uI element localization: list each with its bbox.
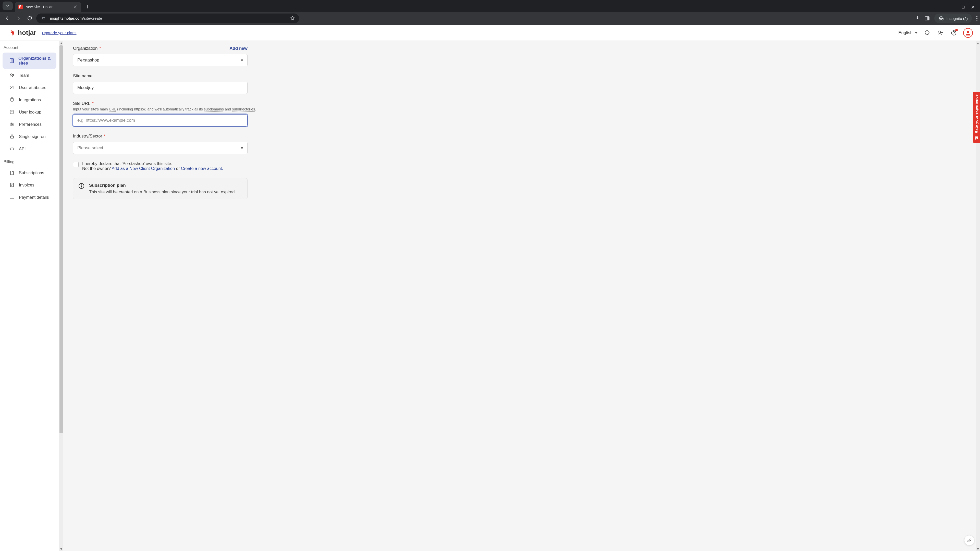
main-content: Organization * Add new Perstashop ▾ Sit	[63, 41, 980, 551]
chrome-menu-button[interactable]	[977, 16, 977, 21]
lookup-icon	[9, 110, 15, 114]
site-url-input[interactable]	[73, 114, 248, 127]
subscriptions-icon	[9, 170, 15, 175]
svg-point-5	[977, 20, 977, 21]
sidebar-item-payment-details[interactable]: Payment details	[3, 191, 56, 203]
upgrade-link[interactable]: Upgrade your plans	[42, 30, 76, 35]
not-owner-text: Not the owner?	[82, 166, 112, 171]
declare-checkbox[interactable]	[73, 162, 79, 167]
sidebar-item-label: Single sign-on	[19, 134, 46, 139]
incognito-chip[interactable]: Incognito (2)	[934, 14, 972, 23]
sidebar-item-label: API	[19, 146, 26, 151]
scroll-down-icon[interactable]: ▾	[976, 547, 980, 551]
avatar[interactable]	[963, 28, 973, 38]
link-icon	[967, 538, 972, 543]
svg-point-22	[976, 138, 976, 138]
logo[interactable]: hotjar	[9, 29, 36, 37]
sidebar-item-subscriptions[interactable]: Subscriptions	[3, 167, 56, 179]
invoices-icon	[9, 183, 15, 187]
extensions-icon[interactable]	[923, 29, 931, 37]
site-name-label: Site name	[73, 73, 318, 79]
industry-label: Industry/Sector *	[73, 134, 106, 138]
lock-icon	[9, 134, 15, 139]
help-icon[interactable]	[950, 29, 958, 37]
svg-point-12	[11, 86, 12, 87]
industry-select[interactable]: Please select... ▾	[73, 142, 248, 154]
declare-or-text: or	[175, 166, 181, 171]
new-tab-button[interactable]	[85, 5, 90, 9]
sidebar-item-label: User attributes	[19, 85, 46, 90]
incognito-label: Incognito (2)	[947, 16, 968, 21]
info-title: Subscription plan	[89, 183, 236, 188]
sidebar-item-team[interactable]: Team	[3, 69, 56, 81]
sidebar-item-user-lookup[interactable]: User lookup	[3, 106, 56, 118]
sidebar-item-user-attributes[interactable]: User attributes	[3, 82, 56, 94]
organization-select[interactable]: Perstashop ▾	[73, 54, 248, 66]
tab-title: New Site - Hotjar	[25, 5, 70, 9]
svg-rect-2	[928, 17, 929, 20]
sidebar-section-billing: Billing	[0, 155, 59, 166]
forward-button[interactable]	[14, 14, 23, 23]
downloads-icon[interactable]	[915, 16, 920, 21]
sidebar-scrollbar[interactable]: ▴ ▾	[59, 41, 63, 551]
sidebar-item-integrations[interactable]: Integrations	[3, 94, 56, 106]
site-name-input[interactable]	[73, 82, 248, 94]
tab-search-button[interactable]	[3, 2, 13, 10]
sidebar-item-invoices[interactable]: Invoices	[3, 179, 56, 191]
svg-point-15	[12, 124, 13, 125]
create-account-link[interactable]: Create a new account.	[181, 166, 223, 171]
language-label: English	[898, 30, 913, 35]
sidebar-item-organizations-sites[interactable]: Organizations & sites	[3, 52, 56, 69]
feedback-tab[interactable]: Rate your experience	[973, 92, 980, 143]
sidebar-item-sso[interactable]: Single sign-on	[3, 130, 56, 142]
team-icon	[9, 73, 15, 78]
site-info-icon[interactable]	[40, 15, 46, 21]
reload-button[interactable]	[25, 14, 34, 23]
browser-tab[interactable]: New Site - Hotjar	[15, 2, 81, 12]
organization-value: Perstashop	[77, 58, 99, 63]
card-icon	[9, 195, 15, 200]
svg-rect-0	[962, 6, 964, 8]
copy-link-button[interactable]	[964, 535, 974, 545]
sidebar-item-label: Preferences	[19, 122, 41, 127]
side-panel-icon[interactable]	[924, 16, 930, 21]
svg-point-14	[11, 123, 12, 124]
maximize-button[interactable]	[962, 6, 965, 9]
declare-text: I hereby declare that 'Perstashop' owns …	[82, 161, 223, 166]
back-button[interactable]	[3, 14, 12, 23]
add-new-org-link[interactable]: Add new	[229, 46, 248, 51]
hotjar-favicon	[18, 5, 23, 9]
sidebar-item-label: Payment details	[19, 195, 49, 200]
bookmark-icon[interactable]	[290, 16, 295, 21]
sidebar-item-api[interactable]: API	[3, 143, 56, 155]
preferences-icon	[9, 122, 15, 127]
scrollbar-thumb[interactable]	[59, 45, 63, 433]
add-client-org-link[interactable]: Add as a New Client Organization	[112, 166, 175, 171]
site-name-field[interactable]	[77, 85, 243, 90]
sidebar-item-label: User lookup	[19, 110, 41, 114]
scroll-up-icon[interactable]: ▴	[976, 41, 980, 45]
sidebar-item-preferences[interactable]: Preferences	[3, 118, 56, 130]
url-bar[interactable]: insights.hotjar.com/site/create	[36, 14, 299, 23]
minimize-button[interactable]	[952, 6, 955, 9]
logo-text: hotjar	[18, 29, 36, 37]
caret-down-icon	[915, 32, 918, 34]
svg-rect-9	[10, 59, 14, 63]
browser-tabstrip: New Site - Hotjar	[0, 0, 980, 12]
site-url-label: Site URL *	[73, 101, 94, 106]
site-url-field[interactable]	[77, 118, 243, 123]
sidebar-item-label: Organizations & sites	[18, 56, 53, 65]
scroll-up-icon[interactable]: ▴	[59, 41, 63, 45]
sidebar-item-label: Subscriptions	[19, 170, 44, 175]
invite-user-icon[interactable]	[937, 29, 944, 37]
feedback-label: Rate your experience	[974, 94, 978, 133]
incognito-icon	[939, 16, 944, 21]
close-tab-button[interactable]	[73, 5, 78, 9]
window-controls	[952, 6, 980, 12]
language-select[interactable]: English	[898, 30, 918, 35]
svg-point-6	[939, 31, 941, 33]
scroll-down-icon[interactable]: ▾	[59, 547, 63, 551]
svg-point-16	[11, 125, 12, 126]
info-icon	[78, 183, 85, 189]
close-window-button[interactable]	[971, 6, 974, 9]
